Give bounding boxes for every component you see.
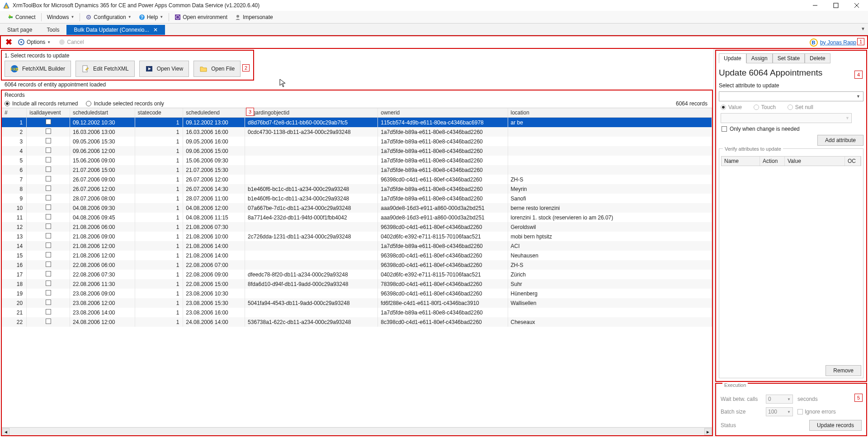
tab-update[interactable]: Update <box>719 53 746 63</box>
cell: 1 <box>135 118 183 128</box>
table-row[interactable]: 2023.08.2006 12:00123.08.2006 15:305041f… <box>2 298 712 308</box>
checkbox-icon[interactable] <box>46 148 51 153</box>
delete-icon[interactable]: ✖ <box>5 37 12 47</box>
cell: 3 <box>2 137 27 146</box>
checkbox-icon[interactable] <box>46 176 51 181</box>
tab-set-state[interactable]: Set State <box>773 53 805 63</box>
open-view-button[interactable]: Open View <box>139 61 189 77</box>
checkbox-icon[interactable] <box>46 119 51 124</box>
column-header[interactable]: location <box>508 108 712 118</box>
tab-bulk-data-updater[interactable]: Bulk Data Updater (Connexio... ✕ <box>66 25 165 35</box>
checkbox-icon[interactable] <box>46 157 51 162</box>
table-row[interactable]: 1521.08.2006 12:00121.08.2006 14:0096398… <box>2 251 712 260</box>
scroll-left-icon[interactable]: ◄ <box>2 428 9 435</box>
table-row[interactable]: 1321.08.2006 09:00121.08.2006 10:002c726… <box>2 232 712 241</box>
open-file-button[interactable]: Open File <box>193 61 241 77</box>
edit-fetchxml-button[interactable]: Edit FetchXML <box>75 61 135 77</box>
tab-start-page[interactable]: Start page <box>0 25 39 35</box>
table-row[interactable]: 1004.08.2006 09:30104.08.2006 12:0007a66… <box>2 203 712 213</box>
connect-button[interactable]: Connect <box>5 13 38 21</box>
table-row[interactable]: 409.06.2006 12:00109.06.2006 15:001a7d5f… <box>2 146 712 156</box>
table-row[interactable]: 1622.08.2006 06:00122.08.2006 07:0096398… <box>2 260 712 270</box>
table-row[interactable]: 1221.08.2006 06:00121.08.2006 07:3096398… <box>2 222 712 232</box>
author-link[interactable]: B by Jonas Rapp <box>810 38 856 47</box>
edit-fetchxml-label: Edit FetchXML <box>93 66 129 72</box>
close-tab-icon[interactable]: ✕ <box>153 27 158 33</box>
tab-tools[interactable]: Tools <box>39 25 66 35</box>
cell: 1 <box>135 156 183 165</box>
checkbox-icon[interactable] <box>46 224 51 229</box>
table-row[interactable]: 309.05.2006 15:30109.05.2006 16:001a7d5f… <box>2 137 712 146</box>
maximize-button[interactable] <box>831 0 841 10</box>
open-environment-button[interactable]: Open environment <box>172 13 230 21</box>
include-selected-radio[interactable]: Include selected records only <box>86 100 164 107</box>
checkbox-icon[interactable] <box>46 205 51 210</box>
ignore-errors-checkbox[interactable]: Ignore errors <box>797 409 836 415</box>
update-records-button[interactable]: Update records <box>809 420 862 431</box>
checkbox-icon[interactable] <box>46 243 51 248</box>
checkbox-icon[interactable] <box>46 214 51 219</box>
checkbox-icon[interactable] <box>46 252 51 257</box>
column-header[interactable]: statecode <box>135 108 183 118</box>
svg-point-12 <box>20 41 22 43</box>
column-header[interactable]: # <box>2 108 27 118</box>
table-row[interactable]: 826.07.2006 12:00126.07.2006 14:30b1e460… <box>2 184 712 194</box>
table-row[interactable]: 928.07.2006 08:00128.07.2006 11:00b1e460… <box>2 194 712 203</box>
attribute-combo[interactable]: ▼ <box>719 91 863 101</box>
cell: 1a7d5fde-b89a-e611-80e8-c4346bad2260 <box>378 184 508 194</box>
horizontal-scrollbar[interactable]: ◄ ► <box>2 427 712 435</box>
table-row[interactable]: 1923.08.2006 09:00123.08.2006 10:3096398… <box>2 289 712 298</box>
table-row[interactable]: 2123.08.2006 14:00123.08.2006 16:001a7d5… <box>2 308 712 317</box>
table-row[interactable]: 2224.08.2006 12:00124.08.2006 14:0053673… <box>2 317 712 327</box>
table-row[interactable]: 515.06.2006 09:00115.06.2006 09:301a7d5f… <box>2 156 712 165</box>
checkbox-icon[interactable] <box>46 129 51 134</box>
column-header[interactable]: isalldayevent <box>27 108 70 118</box>
table-row[interactable]: 1722.08.2006 07:30122.08.2006 09:00dfeed… <box>2 270 712 279</box>
column-header[interactable]: scheduledend <box>183 108 245 118</box>
table-row[interactable]: 1104.08.2006 09:45104.08.2006 11:158a771… <box>2 213 712 222</box>
records-grid[interactable]: #isalldayeventscheduledstartstatecodesch… <box>2 108 712 427</box>
column-header[interactable]: scheduledstart <box>70 108 135 118</box>
help-menu[interactable]: ? Help ▼ <box>136 13 166 21</box>
remove-button[interactable]: Remove <box>826 365 861 376</box>
checkbox-icon[interactable] <box>46 262 51 267</box>
impersonate-button[interactable]: Impersonate <box>232 13 276 21</box>
checkbox-icon[interactable] <box>46 195 51 200</box>
close-window-button[interactable] <box>852 0 862 10</box>
checkbox-icon[interactable] <box>46 290 51 295</box>
checkbox-icon[interactable] <box>46 271 51 276</box>
table-row[interactable]: 216.03.2006 13:00116.03.2006 16:000cdc47… <box>2 127 712 137</box>
minimize-button[interactable] <box>810 0 820 10</box>
checkbox-icon[interactable] <box>46 300 51 305</box>
separator <box>41 13 42 21</box>
fetchxml-builder-button[interactable]: FXB FetchXML Builder <box>5 61 71 77</box>
add-attribute-button[interactable]: Add attribute <box>817 135 863 146</box>
column-header[interactable]: ownerid <box>378 108 508 118</box>
options-menu[interactable]: Options ▼ <box>15 38 53 47</box>
checkbox-icon[interactable] <box>46 186 51 191</box>
table-row[interactable]: 621.07.2006 15:00121.07.2006 15:301a7d5f… <box>2 165 712 175</box>
checkbox-icon[interactable] <box>46 319 51 324</box>
table-row[interactable]: 1822.08.2006 11:30122.08.2006 15:008fda6… <box>2 279 712 289</box>
table-row[interactable]: 726.07.2006 09:00126.07.2006 12:0096398c… <box>2 175 712 184</box>
checkbox-icon[interactable] <box>46 138 51 143</box>
execution-panel: Execution 5 Wait betw. calls 0▼ seconds … <box>715 383 867 436</box>
checkbox-icon[interactable] <box>46 309 51 314</box>
tab-assign[interactable]: Assign <box>746 53 773 63</box>
cell: 1 <box>135 222 183 232</box>
table-row[interactable]: 109.12.2002 10:30109.12.2002 13:00d8d76b… <box>2 118 712 128</box>
cell: mobi bern hptsitz <box>508 232 712 241</box>
scroll-right-icon[interactable]: ► <box>704 428 712 435</box>
configuration-menu[interactable]: Configuration ▼ <box>83 13 134 21</box>
windows-menu[interactable]: Windows ▼ <box>44 13 77 21</box>
only-when-change-checkbox[interactable]: Only when change is needed <box>719 126 863 132</box>
tab-delete[interactable]: Delete <box>805 53 830 63</box>
table-row[interactable]: 1421.08.2006 12:00121.08.2006 14:001a7d5… <box>2 241 712 251</box>
checkbox-icon[interactable] <box>46 281 51 286</box>
include-all-radio[interactable]: Include all records returned <box>5 100 78 107</box>
tabs-overflow-button[interactable]: ▼ <box>861 26 865 31</box>
checkbox-icon[interactable] <box>46 167 51 172</box>
column-header[interactable]: regardingobjectid <box>245 108 378 118</box>
checkbox-icon[interactable] <box>46 233 51 238</box>
cell <box>27 146 70 156</box>
